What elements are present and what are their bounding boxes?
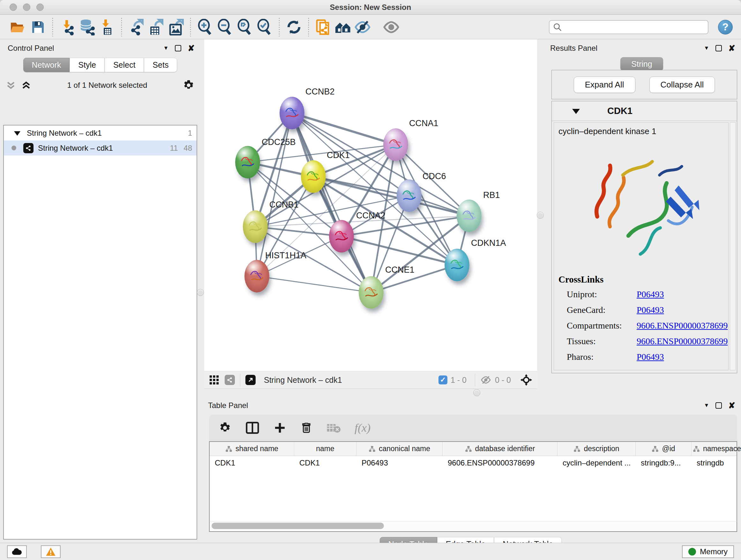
network-node-CDK1[interactable]: [301, 160, 326, 193]
import-network-from-file-button[interactable]: [57, 17, 77, 37]
crosslinks-title: CrossLinks: [558, 274, 728, 285]
network-view[interactable]: CCNB2CCNA1CDC25BCDK1CDC6RB1CCNB1CCNA2CDK…: [204, 39, 537, 371]
protein-ribbon-thumbnail: [247, 219, 264, 235]
show-columns-icon[interactable]: [246, 422, 259, 434]
network-node-CCNB2[interactable]: [280, 97, 305, 129]
export-network-button[interactable]: [126, 17, 146, 37]
column-header-database-identifier[interactable]: database identifier: [443, 442, 557, 455]
zoom-in-button[interactable]: [195, 17, 215, 37]
network-node-CDC25B[interactable]: [235, 146, 260, 179]
horizontal-splitter-handle[interactable]: [473, 389, 480, 396]
column-header-description[interactable]: description: [557, 442, 636, 455]
network-node-CCNA1[interactable]: [383, 128, 408, 161]
tab-select[interactable]: Select: [105, 58, 144, 72]
tab-style[interactable]: Style: [70, 58, 105, 72]
collapse-triangle-icon[interactable]: [572, 108, 580, 114]
tab-string[interactable]: String: [620, 57, 663, 71]
network-row-label: String Network – cdk1: [38, 144, 113, 152]
import-network-icon: [59, 19, 76, 36]
float-panel-icon[interactable]: [716, 45, 722, 51]
copy-network-button[interactable]: [313, 17, 333, 37]
float-panel-icon[interactable]: [716, 402, 722, 409]
panel-menu-icon[interactable]: ▼: [704, 45, 709, 51]
protein-header[interactable]: CDK1: [552, 101, 737, 121]
export-table-button[interactable]: [146, 17, 166, 37]
column-header-@id[interactable]: @id: [636, 442, 691, 455]
crosslink-link[interactable]: 9606.ENSP00000378699: [636, 336, 728, 347]
search-input[interactable]: [565, 23, 704, 32]
help-button[interactable]: ?: [718, 20, 733, 35]
network-node-RB1[interactable]: [457, 199, 482, 232]
table-panel-title: Table Panel: [208, 401, 248, 410]
column-header-shared-name[interactable]: shared name: [210, 442, 294, 455]
results-scrollbar[interactable]: [730, 122, 736, 370]
network-node-CCNB1[interactable]: [243, 210, 268, 243]
table-options-gear-icon[interactable]: [219, 422, 231, 434]
network-node-CCNE1[interactable]: [359, 276, 384, 309]
collapse-triangle-icon[interactable]: [14, 131, 20, 136]
delete-table-icon: [327, 422, 340, 434]
tab-sets[interactable]: Sets: [144, 58, 177, 72]
zoom-selected-button[interactable]: [255, 17, 274, 37]
crosslink-link[interactable]: P06493: [636, 305, 664, 315]
vertical-splitter-handle[interactable]: [197, 289, 204, 296]
crosslink-link[interactable]: P06493: [636, 289, 664, 300]
selected-checkbox[interactable]: ✓: [439, 375, 448, 384]
export-image-button[interactable]: [166, 17, 186, 37]
crosslink-row: Compartments:9606.ENSP00000378699: [558, 320, 728, 331]
vertical-splitter-handle[interactable]: [537, 212, 544, 219]
memory-button[interactable]: Memory: [682, 545, 734, 558]
add-column-icon[interactable]: [273, 422, 286, 434]
network-node-CCNA2[interactable]: [329, 220, 354, 253]
first-neighbors-button[interactable]: [333, 17, 353, 37]
apply-layout-button[interactable]: [284, 17, 304, 37]
cloud-button[interactable]: [7, 545, 27, 558]
network-collection-row[interactable]: String Network – cdk1 1: [4, 125, 197, 140]
network-row-selected[interactable]: String Network – cdk1 11 48: [4, 140, 197, 155]
expand-all-icon[interactable]: [21, 80, 32, 90]
network-node-HIST1H1A[interactable]: [245, 260, 269, 293]
collapse-all-icon[interactable]: [6, 80, 17, 90]
column-label: @id: [662, 444, 675, 453]
grid-icon[interactable]: [209, 374, 219, 385]
gear-icon[interactable]: [183, 79, 195, 91]
hidden-count: 0 - 0: [495, 375, 511, 385]
panel-menu-icon[interactable]: ▼: [704, 402, 709, 409]
network-type-icon[interactable]: [225, 375, 235, 385]
hscrollbar-thumb[interactable]: [212, 523, 384, 529]
import-table-button[interactable]: [97, 17, 117, 37]
float-panel-icon[interactable]: [175, 45, 181, 51]
column-header-canonical-name[interactable]: canonical name: [356, 442, 443, 455]
column-header-name[interactable]: name: [294, 442, 356, 455]
close-panel-icon[interactable]: ✘: [728, 402, 735, 409]
network-node-CDKN1A[interactable]: [445, 249, 469, 281]
delete-column-icon[interactable]: [300, 422, 313, 434]
import-network-from-database-button[interactable]: [77, 17, 97, 37]
crosslink-link[interactable]: P06493: [636, 352, 664, 362]
save-session-button[interactable]: [28, 17, 48, 37]
zoom-out-button[interactable]: [215, 17, 235, 37]
expand-all-button[interactable]: Expand All: [574, 77, 635, 93]
network-node-CDC6[interactable]: [397, 179, 421, 212]
table-row[interactable]: CDK1CDK1P064939606.ENSP00000378699cyclin…: [210, 456, 737, 471]
hidden-eye-icon[interactable]: [480, 375, 492, 385]
birds-eye-toggle-icon[interactable]: [520, 374, 533, 386]
tab-network[interactable]: Network: [23, 58, 70, 72]
hide-selected-button[interactable]: [353, 17, 373, 37]
warnings-button[interactable]: [41, 545, 61, 558]
panel-menu-icon[interactable]: ▼: [163, 45, 169, 51]
collapse-all-button[interactable]: Collapse All: [650, 77, 715, 93]
table-hscrollbar[interactable]: [209, 521, 737, 532]
memory-status-dot: [688, 548, 696, 556]
zoom-fit-button[interactable]: [235, 17, 255, 37]
open-session-button[interactable]: [8, 17, 28, 37]
protein-ribbon-thumbnail: [305, 169, 322, 185]
show-all-button[interactable]: [382, 17, 401, 37]
cloud-icon: [11, 548, 23, 556]
crosslink-link[interactable]: 9606.ENSP00000378699: [636, 320, 728, 331]
help-label: ?: [722, 21, 729, 33]
close-panel-icon[interactable]: ✘: [728, 45, 735, 51]
close-panel-icon[interactable]: ✘: [188, 45, 195, 51]
column-header-namespace[interactable]: namespace: [691, 442, 741, 455]
detach-view-button[interactable]: [246, 375, 256, 385]
